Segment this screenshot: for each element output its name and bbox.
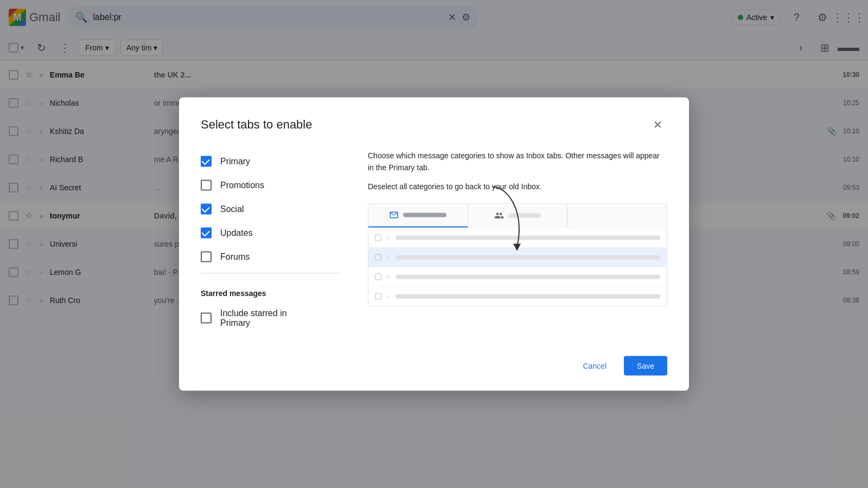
preview-line bbox=[395, 274, 660, 279]
preview-tab-line bbox=[508, 214, 541, 218]
tab-item-forums[interactable]: Forums bbox=[201, 245, 342, 269]
preview-tab-line bbox=[403, 213, 446, 217]
inbox-preview: ☆ ☆ ☆ bbox=[368, 203, 667, 307]
social-tab-icon bbox=[494, 211, 504, 221]
tabs-checkbox-list: Primary Promotions Social Updates Forums bbox=[201, 150, 342, 335]
starred-section-heading: Starred messages bbox=[201, 289, 342, 298]
updates-label: Updates bbox=[220, 228, 253, 238]
tab-item-primary[interactable]: Primary bbox=[201, 150, 342, 174]
preview-tabs bbox=[368, 204, 667, 228]
promotions-checkbox[interactable] bbox=[201, 180, 212, 191]
description-text-2: Deselect all categories to go back to yo… bbox=[368, 180, 667, 192]
preview-star-icon: ☆ bbox=[386, 254, 391, 261]
preview-email-rows: ☆ ☆ ☆ bbox=[368, 228, 667, 306]
preview-row: ☆ bbox=[368, 267, 667, 287]
preview-line bbox=[395, 235, 660, 240]
inbox-preview-area: ☆ ☆ ☆ bbox=[368, 203, 667, 307]
preview-star-icon: ☆ bbox=[386, 273, 391, 280]
primary-checkbox[interactable] bbox=[201, 156, 212, 167]
preview-star-icon: ☆ bbox=[386, 293, 391, 300]
updates-checkbox[interactable] bbox=[201, 228, 212, 239]
save-button[interactable]: Save bbox=[624, 356, 667, 376]
select-tabs-dialog: Select tabs to enable ✕ Primary Promotio… bbox=[179, 98, 689, 391]
tab-item-promotions[interactable]: Promotions bbox=[201, 174, 342, 197]
section-divider bbox=[201, 273, 342, 274]
dialog-body: Primary Promotions Social Updates Forums bbox=[201, 150, 667, 335]
preview-row: ☆ bbox=[368, 228, 667, 248]
social-checkbox[interactable] bbox=[201, 204, 212, 215]
preview-row: ☆ bbox=[368, 287, 667, 306]
tab-item-updates[interactable]: Updates bbox=[201, 221, 342, 245]
starred-messages-section: Starred messages Include starred inPrima… bbox=[201, 289, 342, 335]
preview-checkbox bbox=[375, 234, 381, 241]
preview-line bbox=[395, 294, 660, 299]
preview-checkbox bbox=[375, 273, 381, 280]
dialog-header: Select tabs to enable ✕ bbox=[201, 115, 667, 134]
preview-tab-primary bbox=[368, 204, 468, 228]
forums-checkbox[interactable] bbox=[201, 252, 212, 262]
preview-tab-social bbox=[468, 204, 568, 228]
inbox-tab-icon bbox=[389, 210, 399, 220]
cancel-button[interactable]: Cancel bbox=[572, 356, 617, 376]
dialog-footer: Cancel Save bbox=[201, 356, 667, 376]
include-starred-item[interactable]: Include starred inPrimary bbox=[201, 302, 342, 335]
social-label: Social bbox=[220, 204, 244, 214]
tab-item-social[interactable]: Social bbox=[201, 197, 342, 221]
dialog-description: Choose which message categories to show … bbox=[368, 150, 667, 192]
preview-checkbox bbox=[375, 254, 381, 260]
description-text-1: Choose which message categories to show … bbox=[368, 150, 667, 174]
include-starred-checkbox[interactable] bbox=[201, 313, 212, 324]
dialog-close-button[interactable]: ✕ bbox=[648, 115, 667, 134]
preview-star-icon: ☆ bbox=[386, 234, 391, 241]
dialog-title: Select tabs to enable bbox=[201, 118, 312, 132]
preview-row: ☆ bbox=[368, 248, 667, 267]
promotions-label: Promotions bbox=[220, 181, 264, 190]
preview-checkbox bbox=[375, 293, 381, 300]
primary-label: Primary bbox=[220, 157, 250, 166]
right-panel: Choose which message categories to show … bbox=[368, 150, 667, 335]
forums-label: Forums bbox=[220, 252, 250, 262]
preview-line bbox=[395, 255, 660, 259]
close-icon: ✕ bbox=[653, 118, 662, 131]
preview-tab-empty bbox=[567, 204, 667, 228]
include-starred-label: Include starred inPrimary bbox=[220, 309, 287, 328]
